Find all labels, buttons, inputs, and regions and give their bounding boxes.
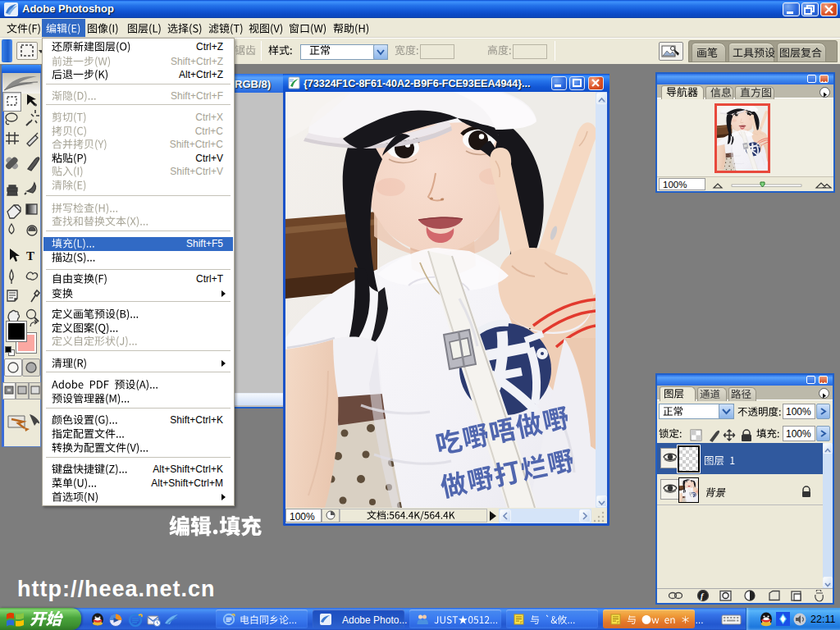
svg-text:T: T (26, 249, 34, 262)
